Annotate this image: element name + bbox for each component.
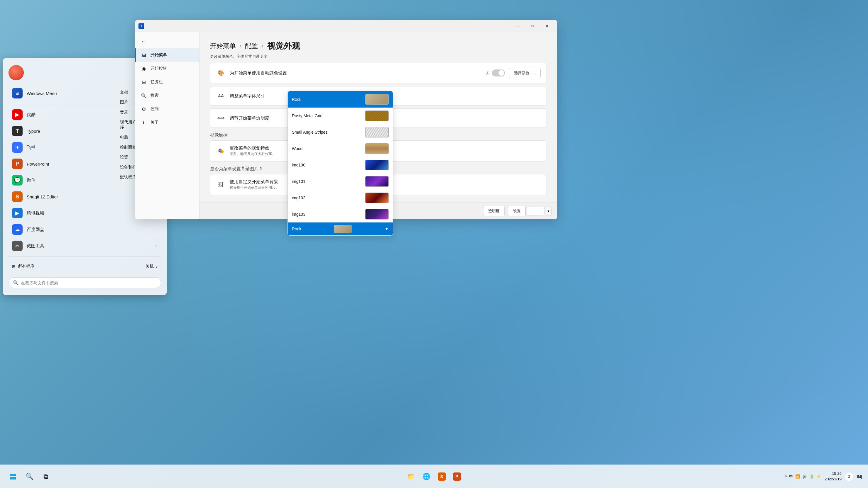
sidebar-item-start-btn[interactable]: ◉ 开始按钮 xyxy=(135,62,199,75)
tray-volume-icon[interactable]: 🔊 xyxy=(802,474,807,479)
close-button[interactable]: ✕ xyxy=(540,22,554,31)
tray-chevron-icon[interactable]: ^ xyxy=(785,474,787,479)
taskbar-center: 📁 🌐 S P xyxy=(404,469,464,484)
snagit-icon: S xyxy=(12,191,23,202)
shutdown-button[interactable]: 关机 › xyxy=(142,261,161,271)
start-button[interactable] xyxy=(6,469,20,484)
transparency-button[interactable]: 透明度 xyxy=(483,206,504,216)
jietu-icon: ✂ xyxy=(12,240,23,251)
tencent-label: 腾讯视频 xyxy=(27,210,152,216)
snagit-taskbar-icon: S xyxy=(438,473,446,481)
dropdown-swatch-stripes xyxy=(365,127,389,137)
section-title: 更改菜单颜色、字体尺寸与透明度 xyxy=(210,54,547,59)
windows-menu-icon: ⊞ xyxy=(12,88,23,98)
tray-battery-icon: 🔋 xyxy=(809,474,814,479)
taskbar-task-view-button[interactable]: ⧉ xyxy=(39,469,53,484)
select-color-button[interactable]: 选择颜色...... xyxy=(509,68,540,78)
sidebar-icon-start-menu: ⊞ xyxy=(141,52,147,58)
baidupan-icon: ☁ xyxy=(12,224,23,235)
menu-bottom-row: ⊞ 所有程序 关机 › xyxy=(3,259,167,274)
breadcrumb: 开始菜单 › 配置 › 视觉外观 xyxy=(210,40,547,52)
dropdown-swatch-rock xyxy=(365,94,389,105)
menu-divider-bottom xyxy=(8,256,161,257)
sidebar-item-about[interactable]: ℹ 关于 xyxy=(135,116,199,129)
dropdown-swatch-wood xyxy=(365,143,389,154)
dropdown-item-rock[interactable]: Rock xyxy=(288,91,393,107)
app-item-jietu[interactable]: ✂ 截图工具 › xyxy=(8,238,161,254)
notification-badge[interactable]: 2 xyxy=(845,473,853,481)
tray-ime-label[interactable]: 中 xyxy=(789,474,793,479)
sidebar-icon-start-btn: ◉ xyxy=(141,65,147,72)
dropdown-item-img101[interactable]: img101 xyxy=(288,173,393,190)
dropdown-footer[interactable]: Rock ▼ xyxy=(288,223,393,235)
dropdown-item-img103[interactable]: img103 xyxy=(288,206,393,223)
dropdown-label-rusty: Rusty Metal Grid xyxy=(292,113,362,118)
dropdown-swatch-img102 xyxy=(365,193,389,203)
taskbar-left: 🔍 ⧉ xyxy=(6,469,53,484)
taskbar-edge-button[interactable]: 🌐 xyxy=(420,469,434,484)
sidebar-icon-control: ⚙ xyxy=(141,106,147,112)
all-apps-button[interactable]: ⊞ 所有程序 xyxy=(8,261,38,271)
dropdown-footer-arrow: ▼ xyxy=(384,227,389,231)
dropdown-swatch-rusty xyxy=(365,110,389,121)
taskbar-explorer-button[interactable]: 📁 xyxy=(404,469,418,484)
taskbar-snagit-button[interactable]: S xyxy=(435,469,449,484)
avatar[interactable] xyxy=(8,65,24,80)
back-icon: ← xyxy=(141,38,147,45)
dropdown-swatch-img101 xyxy=(365,176,389,187)
minimize-button[interactable]: — xyxy=(511,22,525,31)
back-button[interactable]: ← xyxy=(135,35,199,48)
search-bar[interactable]: 🔍 xyxy=(8,277,161,288)
all-apps-label: 所有程序 xyxy=(18,264,34,269)
dropdown-label-rock: Rock xyxy=(292,97,362,102)
svg-rect-3 xyxy=(13,477,16,480)
baidupan-label: 百度网盘 xyxy=(27,227,157,232)
jietu-arrow: › xyxy=(156,244,157,248)
dropdown-label-img101: img101 xyxy=(292,179,362,184)
auto-color-toggle-group: 关 xyxy=(486,69,505,76)
app-icon-small: i xyxy=(138,23,144,29)
time-value: 15:26 xyxy=(825,471,842,476)
settings-select: 设置 ▼ xyxy=(508,206,552,216)
dropdown-item-img102[interactable]: img102 xyxy=(288,190,393,206)
breadcrumb-current: 视觉外观 xyxy=(267,40,300,52)
background-dropdown: Rock Rusty Metal Grid Small Angle Stripe… xyxy=(287,91,393,236)
dropdown-footer-swatch xyxy=(334,225,352,233)
app-item-baidupan[interactable]: ☁ 百度网盘 xyxy=(8,221,161,238)
toggle-off-label: 关 xyxy=(486,70,490,76)
sidebar-item-start-menu[interactable]: ⊞ 开始菜单 xyxy=(135,48,199,62)
end-icon[interactable]: IM| xyxy=(857,474,862,479)
settings-dropdown-arrow[interactable]: ▼ xyxy=(546,207,552,216)
sidebar-label-search: 搜索 xyxy=(151,93,159,98)
dropdown-item-rusty[interactable]: Rusty Metal Grid xyxy=(288,107,393,124)
taskbar-search-button[interactable]: 🔍 xyxy=(22,469,36,484)
dropdown-label-img102: img102 xyxy=(292,195,362,200)
dropdown-item-img100[interactable]: img100 xyxy=(288,157,393,173)
dropdown-footer-label: Rock xyxy=(292,227,301,231)
dropdown-swatch-img103 xyxy=(365,209,389,220)
all-apps-icon: ⊞ xyxy=(12,264,16,269)
maximize-button[interactable]: □ xyxy=(526,22,539,31)
breadcrumb-arrow1: › xyxy=(239,42,241,50)
snagit-label: Snagit 12 Editor xyxy=(27,194,152,199)
svg-rect-2 xyxy=(10,477,12,480)
typora-icon: T xyxy=(12,126,23,136)
dropdown-item-stripes[interactable]: Small Angle Stripes xyxy=(288,124,393,140)
taskbar: 🔍 ⧉ 📁 🌐 S P ^ 中 📶 🔊 🔋 ⚡ 15:26 2022/1/19 … xyxy=(0,464,868,488)
shutdown-label: 关机 xyxy=(146,264,154,269)
custom-bg-icon: 🖼 xyxy=(216,180,225,189)
dropdown-label-img103: img103 xyxy=(292,212,362,217)
time-display[interactable]: 15:26 2022/1/19 xyxy=(825,471,842,482)
tray-extra-icon: ⚡ xyxy=(816,474,821,479)
sidebar-label-start-menu: 开始菜单 xyxy=(151,53,167,58)
sidebar-item-taskbar[interactable]: ⊟ 任务栏 xyxy=(135,75,199,89)
system-tray: ^ 中 📶 🔊 🔋 ⚡ xyxy=(785,474,821,479)
sidebar-item-control[interactable]: ⚙ 控制 xyxy=(135,102,199,116)
dropdown-item-wood[interactable]: Wood xyxy=(288,140,393,157)
search-input[interactable] xyxy=(21,281,157,285)
font-size-icon: AA xyxy=(216,91,225,101)
taskbar-ppt-button[interactable]: P xyxy=(450,469,464,484)
auto-color-toggle[interactable] xyxy=(492,69,505,76)
sidebar-item-search[interactable]: 🔍 搜索 xyxy=(135,89,199,102)
settings-label-btn[interactable]: 设置 xyxy=(508,206,526,216)
